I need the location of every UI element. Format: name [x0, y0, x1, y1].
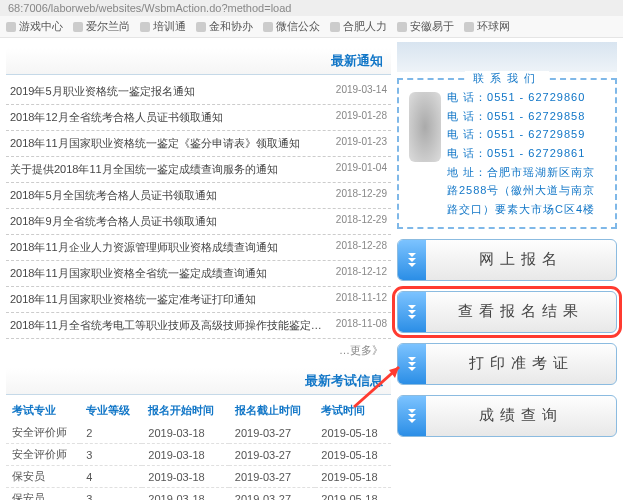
- notice-link[interactable]: 2018年11月国家职业资格统一鉴定《鉴分申请表》领取通知: [10, 136, 325, 151]
- btn-label: 查看报名结果: [426, 302, 616, 321]
- cell: 2019-05-18: [315, 466, 391, 488]
- cell: 2019-03-18: [142, 444, 228, 466]
- table-row: 安全评价师32019-03-182019-03-272019-05-18: [6, 444, 391, 466]
- chevron-down-icon: [398, 240, 426, 280]
- cell: 保安员: [6, 488, 80, 501]
- table-row: 保安员42019-03-182019-03-272019-05-18: [6, 466, 391, 488]
- notice-date: 2019-01-04: [325, 162, 387, 177]
- notice-link[interactable]: 2018年9月全省统考合格人员证书领取通知: [10, 214, 325, 229]
- bookmark-icon: [140, 22, 150, 32]
- cell: 2019-03-27: [229, 422, 315, 444]
- notice-link[interactable]: 2018年12月全省统考合格人员证书领取通知: [10, 110, 325, 125]
- cell: 2019-03-27: [229, 466, 315, 488]
- notice-link[interactable]: 关于提供2018年11月全国统一鉴定成绩查询服务的通知: [10, 162, 325, 177]
- address-bar[interactable]: 68:7006/laborweb/websites/WsbmAction.do?…: [0, 0, 623, 16]
- cell: 2019-03-18: [142, 422, 228, 444]
- contact-line: 地 址：合肥市瑶湖新区南京路2588号（徽州大道与南京路交口）要素大市场C区4楼: [447, 163, 605, 219]
- notice-date: 2019-03-14: [325, 84, 387, 99]
- notice-item: 2019年5月职业资格统一鉴定报名通知2019-03-14: [6, 79, 391, 105]
- contact-box: 联系我们 电 话：0551 - 62729860电 话：0551 - 62729…: [397, 78, 617, 229]
- th-date: 考试时间: [315, 399, 391, 422]
- notice-link[interactable]: 2018年11月全省统考电工等职业技师及高级技师操作技能鉴定和综合评审有关事项的…: [10, 318, 325, 333]
- notice-item: 关于提供2018年11月全国统一鉴定成绩查询服务的通知2019-01-04: [6, 157, 391, 183]
- cell: 2019-03-18: [142, 488, 228, 501]
- bookmark-icon: [263, 22, 273, 32]
- btn-score-query[interactable]: 成绩查询: [397, 395, 617, 437]
- notice-link[interactable]: 2018年11月企业人力资源管理师职业资格成绩查询通知: [10, 240, 325, 255]
- bookmark-icon: [330, 22, 340, 32]
- cell: 2019-05-18: [315, 444, 391, 466]
- cell: 2019-05-18: [315, 422, 391, 444]
- bookmark-icon: [397, 22, 407, 32]
- btn-label: 成绩查询: [426, 406, 616, 425]
- section-title-notice: 最新通知: [6, 48, 391, 75]
- btn-online-register[interactable]: 网上报名: [397, 239, 617, 281]
- notice-item: 2018年11月国家职业资格统一鉴定《鉴分申请表》领取通知2019-01-23: [6, 131, 391, 157]
- notice-item: 2018年11月国家职业资格统一鉴定准考证打印通知2018-11-12: [6, 287, 391, 313]
- sidebar: 联系我们 电 话：0551 - 62729860电 话：0551 - 62729…: [397, 42, 617, 500]
- bookmark-item[interactable]: 培训通: [140, 19, 186, 34]
- bookmark-item[interactable]: 环球网: [464, 19, 510, 34]
- stamp-icon: [409, 92, 441, 162]
- cell: 3: [80, 444, 142, 466]
- bookmark-item[interactable]: 合肥人力: [330, 19, 387, 34]
- table-row: 保安员32019-03-182019-03-272019-05-18: [6, 488, 391, 501]
- notice-link[interactable]: 2018年11月国家职业资格统一鉴定准考证打印通知: [10, 292, 325, 307]
- notice-item: 2018年11月全省统考电工等职业技师及高级技师操作技能鉴定和综合评审有关事项的…: [6, 313, 391, 339]
- contact-title: 联系我们: [465, 71, 549, 86]
- cell: 2019-03-27: [229, 488, 315, 501]
- bookmark-icon: [73, 22, 83, 32]
- btn-print-ticket[interactable]: 打印准考证: [397, 343, 617, 385]
- more-link[interactable]: …更多》: [6, 339, 391, 362]
- cell: 安全评价师: [6, 444, 80, 466]
- contact-line: 电 话：0551 - 62729861: [447, 144, 605, 163]
- bookmark-icon: [6, 22, 16, 32]
- contact-line: 电 话：0551 - 62729858: [447, 107, 605, 126]
- notice-link[interactable]: 2018年5月全国统考合格人员证书领取通知: [10, 188, 325, 203]
- contact-list: 电 话：0551 - 62729860电 话：0551 - 62729858电 …: [447, 88, 605, 219]
- cell: 2019-05-18: [315, 488, 391, 501]
- chevron-down-icon: [398, 292, 426, 332]
- bookmark-icon: [196, 22, 206, 32]
- notice-link[interactable]: 2019年5月职业资格统一鉴定报名通知: [10, 84, 325, 99]
- notice-date: 2018-12-29: [325, 214, 387, 229]
- bookmark-item[interactable]: 安徽易于: [397, 19, 454, 34]
- bookmark-icon: [464, 22, 474, 32]
- notice-item: 2018年11月国家职业资格全省统一鉴定成绩查询通知2018-12-12: [6, 261, 391, 287]
- notice-date: 2018-11-08: [325, 318, 387, 333]
- th-end: 报名截止时间: [229, 399, 315, 422]
- notice-date: 2018-12-29: [325, 188, 387, 203]
- notice-item: 2018年5月全国统考合格人员证书领取通知2018-12-29: [6, 183, 391, 209]
- th-level: 专业等级: [80, 399, 142, 422]
- contact-line: 电 话：0551 - 62729859: [447, 125, 605, 144]
- cell: 4: [80, 466, 142, 488]
- chevron-down-icon: [398, 396, 426, 436]
- main-column: 最新通知 2019年5月职业资格统一鉴定报名通知2019-03-142018年1…: [6, 42, 391, 500]
- notice-link[interactable]: 2018年11月国家职业资格全省统一鉴定成绩查询通知: [10, 266, 325, 281]
- btn-label: 网上报名: [426, 250, 616, 269]
- th-major: 考试专业: [6, 399, 80, 422]
- notice-list: 2019年5月职业资格统一鉴定报名通知2019-03-142018年12月全省统…: [6, 79, 391, 339]
- btn-view-result[interactable]: 查看报名结果: [397, 291, 617, 333]
- cell: 2019-03-18: [142, 466, 228, 488]
- cell: 3: [80, 488, 142, 501]
- sidebar-banner: [397, 42, 617, 72]
- bookmark-item[interactable]: 金和协办: [196, 19, 253, 34]
- cell: 2: [80, 422, 142, 444]
- notice-item: 2018年9月全省统考合格人员证书领取通知2018-12-29: [6, 209, 391, 235]
- notice-date: 2019-01-23: [325, 136, 387, 151]
- notice-date: 2018-12-12: [325, 266, 387, 281]
- exam-table: 考试专业 专业等级 报名开始时间 报名截止时间 考试时间 安全评价师22019-…: [6, 399, 391, 500]
- cell: 安全评价师: [6, 422, 80, 444]
- chevron-down-icon: [398, 344, 426, 384]
- bookmark-item[interactable]: 游戏中心: [6, 19, 63, 34]
- table-row: 安全评价师22019-03-182019-03-272019-05-18: [6, 422, 391, 444]
- notice-date: 2018-12-28: [325, 240, 387, 255]
- notice-date: 2019-01-28: [325, 110, 387, 125]
- section-title-exam: 最新考试信息: [6, 368, 391, 395]
- bookmark-item[interactable]: 微信公众: [263, 19, 320, 34]
- btn-label: 打印准考证: [426, 354, 616, 373]
- bookmark-item[interactable]: 爱尔兰尚: [73, 19, 130, 34]
- cell: 2019-03-27: [229, 444, 315, 466]
- page-body: 最新通知 2019年5月职业资格统一鉴定报名通知2019-03-142018年1…: [0, 38, 623, 500]
